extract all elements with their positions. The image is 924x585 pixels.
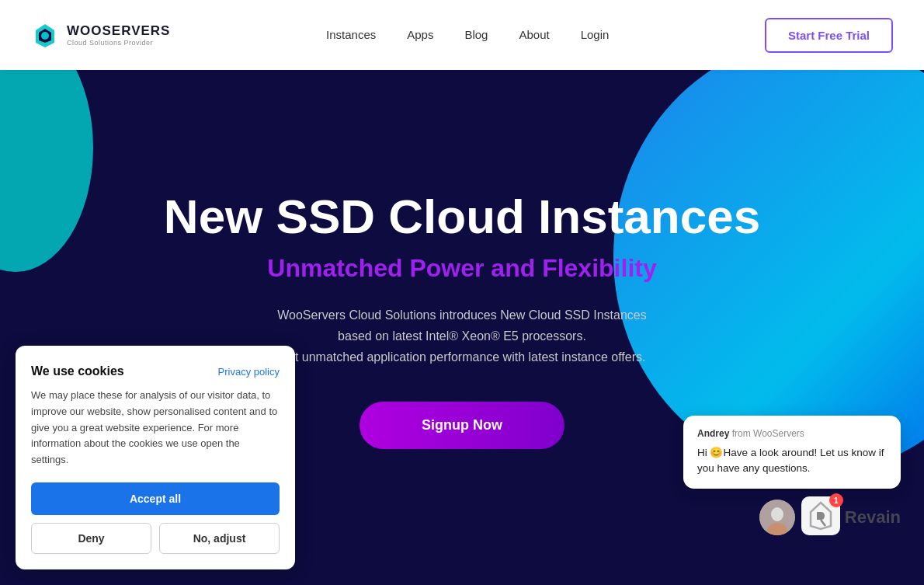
cookie-bottom-buttons: Deny No, adjust [31, 523, 280, 554]
nav-link-login[interactable]: Login [581, 28, 610, 41]
cookie-title: We use cookies [31, 364, 124, 378]
nav-link-apps[interactable]: Apps [407, 28, 433, 41]
nav-menu: Instances Apps Blog About Login [326, 28, 609, 42]
nav-item-login[interactable]: Login [581, 28, 610, 42]
hero-desc-line2: based on latest Intel® Xeon® E5 processo… [338, 329, 586, 343]
navbar: WOOSERVERS Cloud Solutions Provider Inst… [0, 0, 924, 70]
cookie-deny-button[interactable]: Deny [31, 523, 151, 554]
chat-widget: Andrey from WooServers Hi 😊Have a look a… [683, 416, 901, 539]
nav-item-apps[interactable]: Apps [407, 28, 433, 42]
nav-item-about[interactable]: About [519, 28, 549, 42]
hero-desc-line3: Get unmatched application performance wi… [279, 350, 646, 364]
logo-name: WOOSERVERS [67, 23, 170, 39]
nav-item-blog[interactable]: Blog [464, 28, 488, 42]
chat-agent-name: Andrey [697, 428, 729, 439]
signup-button[interactable]: Signup Now [360, 402, 564, 449]
chat-bubble: Andrey from WooServers Hi 😊Have a look a… [683, 416, 901, 489]
chat-from: Andrey from WooServers [697, 428, 887, 439]
cookie-adjust-button[interactable]: No, adjust [159, 523, 280, 554]
hero-desc-line1: WooServers Cloud Solutions introduces Ne… [277, 308, 647, 322]
nav-link-instances[interactable]: Instances [326, 28, 376, 41]
hero-subtitle: Unmatched Power and Flexibility [164, 254, 760, 283]
chat-message-text: Hi 😊Have a look around! Let us know if y… [697, 445, 887, 477]
logo-tagline: Cloud Solutions Provider [67, 39, 170, 47]
chat-avatar-row: 1 Revain [683, 496, 901, 538]
logo-text: WOOSERVERS Cloud Solutions Provider [67, 23, 170, 47]
nav-item-instances[interactable]: Instances [326, 28, 376, 42]
revain-badge: 1 [829, 493, 843, 507]
blob-teal [0, 70, 93, 272]
svg-point-2 [41, 32, 49, 40]
svg-point-4 [771, 507, 783, 521]
hero-title: New SSD Cloud Instances [164, 190, 760, 243]
logo-icon [31, 21, 59, 49]
revain-label: Revain [845, 507, 901, 528]
avatar-icon [759, 500, 795, 535]
nav-link-about[interactable]: About [519, 28, 549, 41]
cookie-body-text: We may place these for analysis of our v… [31, 388, 280, 468]
start-trial-button[interactable]: Start Free Trial [765, 18, 893, 53]
revain-icon-wrap: 1 [801, 496, 840, 538]
logo[interactable]: WOOSERVERS Cloud Solutions Provider [31, 21, 170, 49]
cookie-header: We use cookies Privacy policy [31, 364, 280, 378]
nav-link-blog[interactable]: Blog [464, 28, 488, 41]
privacy-policy-link[interactable]: Privacy policy [218, 366, 280, 378]
chat-avatar[interactable] [759, 500, 795, 535]
revain-logo[interactable]: 1 Revain [801, 496, 901, 538]
chat-company-name: WooServers [753, 428, 804, 439]
chat-company-label: from [732, 428, 753, 439]
cookie-banner: We use cookies Privacy policy We may pla… [16, 346, 295, 569]
cookie-accept-button[interactable]: Accept all [31, 482, 280, 515]
